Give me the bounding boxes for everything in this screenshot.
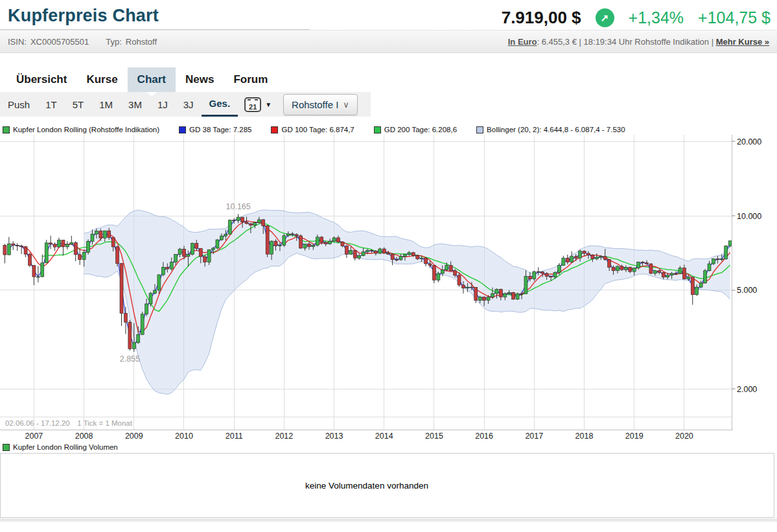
mehr-kurse-link[interactable]: Mehr Kurse » [716, 37, 769, 47]
header: Kupferpreis Chart 7.919,00 $ ↗ +1,34% +1… [0, 0, 777, 30]
range-gesamt[interactable]: Ges. [202, 92, 238, 117]
legend-item-gd200: GD 200 Tage: 6.208,6 [374, 126, 457, 133]
svg-text:02.06.06 - 17.12.20 1 Tick =: 02.06.06 - 17.12.20 1 Tick = 1 Monat [5, 419, 133, 427]
svg-text:2018: 2018 [575, 432, 594, 441]
trend-up-icon: ↗ [596, 8, 614, 27]
separator: | [709, 37, 716, 47]
change-absolute: +104,75 $ [698, 8, 771, 27]
svg-text:2015: 2015 [425, 432, 443, 441]
svg-text:20.000: 20.000 [737, 137, 761, 146]
svg-text:2008: 2008 [75, 432, 93, 441]
svg-text:2012: 2012 [275, 432, 293, 441]
calendar-picker[interactable]: 21 ▼ [244, 97, 272, 112]
volume-panel: keine Volumendaten vorhanden [0, 453, 774, 518]
legend-item-gd38: GD 38 Tage: 7.285 [179, 126, 251, 133]
svg-text:2017: 2017 [525, 432, 543, 441]
series-swatch [271, 126, 278, 133]
calendar-icon: 21 [244, 97, 261, 112]
svg-text:2014: 2014 [375, 432, 393, 441]
svg-text:10.000: 10.000 [737, 212, 761, 221]
range-3m[interactable]: 3M [121, 92, 150, 117]
svg-text:2013: 2013 [325, 432, 343, 441]
chart-legend: Kupfer London Rolling (Rohstoffe Indikat… [3, 126, 777, 133]
typ-value: Rohstoff [126, 37, 157, 47]
range-1m[interactable]: 1M [91, 92, 121, 117]
svg-text:2019: 2019 [625, 432, 644, 441]
change-percent: +1,34% [629, 8, 684, 27]
separator: | [577, 37, 584, 47]
isin-value: XC0005705501 [30, 37, 89, 47]
page-bottom-strip [0, 518, 777, 522]
page-title-block: Kupferpreis Chart [0, 0, 310, 30]
isin-label: ISIN: [8, 37, 27, 47]
tab-uebersicht[interactable]: Übersicht [6, 67, 76, 92]
price-chart-area[interactable]: 20.00010.0005.0002.000200720082009201020… [0, 135, 777, 442]
volume-empty-message: keine Volumendaten vorhanden [1, 481, 733, 491]
current-price: 7.919,00 $ [502, 8, 581, 28]
page: { "header": { "title": "Kupferpreis Char… [0, 0, 777, 522]
page-title: Kupferpreis Chart [8, 6, 159, 25]
legend-item-gd100: GD 100 Tage: 6.874,7 [271, 126, 354, 133]
svg-text:2009: 2009 [125, 432, 143, 441]
instrument-select-value: Rohstoffe I [292, 99, 338, 110]
series-swatch [476, 126, 483, 133]
quote-info-block: In Euro: 6.455,3 € | 18:19:34 Uhr Rohsto… [508, 37, 769, 47]
series-swatch [179, 126, 186, 133]
tab-news[interactable]: News [176, 67, 224, 92]
legend-item-bollinger: Bollinger (20, 2): 4.644,8 - 6.087,4 - 7… [476, 126, 625, 133]
series-swatch [374, 126, 381, 133]
svg-text:2020: 2020 [675, 432, 693, 441]
range-3j[interactable]: 3J [176, 92, 202, 117]
caret-down-icon: ▼ [265, 101, 272, 108]
instrument-select[interactable]: Rohstoffe I ∨ [283, 94, 358, 115]
tab-bar: Übersicht Kurse Chart News Forum [0, 67, 777, 92]
svg-text:2010: 2010 [175, 432, 193, 441]
price-area: 7.919,00 $ ↗ +1,34% +104,75 $ [502, 8, 771, 28]
legend-item-kupfer: Kupfer London Rolling (Rohstoffe Indikat… [3, 126, 159, 133]
price-chart-svg[interactable]: 20.00010.0005.0002.000200720082009201020… [0, 135, 777, 442]
typ-label: Typ: [106, 37, 122, 47]
range-1t[interactable]: 1T [38, 92, 65, 117]
volume-legend-label: Kupfer London Rolling Volumen [13, 443, 118, 451]
euro-value: : 6.455,3 € [537, 37, 577, 47]
series-swatch [3, 126, 10, 133]
in-euro-link[interactable]: In Euro [508, 37, 537, 47]
svg-text:2011: 2011 [226, 432, 243, 441]
tab-forum[interactable]: Forum [224, 67, 277, 92]
chart-toolbar: Push 1T 5T 1M 3M 1J 3J Ges. 21 ▼ Rohstof… [0, 92, 371, 117]
tab-kurse[interactable]: Kurse [76, 67, 127, 92]
time-info: 18:19:34 Uhr Rohstoffe Indikation [584, 37, 709, 47]
svg-text:2016: 2016 [475, 432, 493, 441]
info-bar: ISIN:XC0005705501Typ:Rohstoff In Euro: 6… [0, 30, 777, 53]
svg-text:5.000: 5.000 [737, 286, 757, 295]
svg-text:2.000: 2.000 [737, 385, 757, 394]
svg-text:2007: 2007 [25, 432, 43, 441]
svg-text:2.855: 2.855 [120, 354, 140, 364]
tab-chart[interactable]: Chart [128, 67, 176, 92]
volume-swatch [3, 444, 10, 451]
range-5t[interactable]: 5T [65, 92, 92, 117]
range-push[interactable]: Push [0, 92, 38, 117]
svg-text:10.165: 10.165 [226, 202, 251, 211]
volume-legend: Kupfer London Rolling Volumen [3, 443, 777, 451]
chevron-down-icon: ∨ [343, 100, 349, 110]
isin-typ-block: ISIN:XC0005705501Typ:Rohstoff [8, 37, 161, 47]
